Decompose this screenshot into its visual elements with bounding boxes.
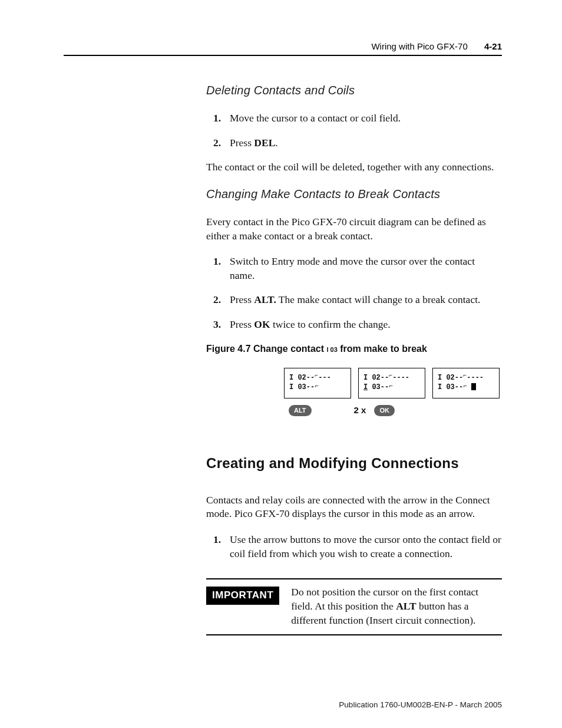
section-heading-connections: Creating and Modifying Connections xyxy=(206,454,502,473)
figure-caption-sub: I 03 xyxy=(326,346,337,353)
ok-key-badge: OK xyxy=(374,405,395,416)
display-screens-row: I 02--⌐--- I 03--⌐ I 02--⌐---- I 03--⌐ I… xyxy=(284,368,502,398)
screen-text: 03-- xyxy=(368,383,389,391)
display-screen-1: I 02--⌐--- I 03--⌐ xyxy=(284,368,351,398)
step-text: Move the cursor to a contact or coil fie… xyxy=(230,112,401,124)
running-header: Wiring with Pico GFX-70 4-21 xyxy=(371,41,502,51)
screen-text: ---- xyxy=(467,374,484,382)
main-content: Deleting Contacts and Coils Move the cur… xyxy=(206,83,502,635)
step-item: Use the arrow buttons to move the cursor… xyxy=(230,533,502,561)
key-legend-row: ALT 2 x OK xyxy=(289,404,502,416)
key-name: DEL xyxy=(254,137,275,149)
figure-caption-text: from make to break xyxy=(338,344,427,354)
alt-key-badge: ALT xyxy=(289,405,312,416)
important-label: IMPORTANT xyxy=(206,587,279,605)
step-text: Press xyxy=(230,294,254,305)
step-item: Press DEL. xyxy=(230,136,502,150)
subheading-deleting: Deleting Contacts and Coils xyxy=(206,83,502,98)
steps-connections: Use the arrow buttons to move the cursor… xyxy=(206,533,502,561)
steps-changing: Switch to Entry mode and move the cursor… xyxy=(206,255,502,332)
caret-icon: ⌐ xyxy=(389,383,393,390)
key-name: ALT. xyxy=(254,294,276,305)
display-screen-3: I 02--⌐---- I 03--⌐ xyxy=(432,368,500,398)
screen-text: --- xyxy=(318,374,331,382)
screen-text: ---- xyxy=(392,374,409,382)
two-x-label: 2 x xyxy=(354,404,366,416)
important-callout: IMPORTANT Do not position the cursor on … xyxy=(206,578,502,635)
step-text: Press xyxy=(230,318,254,330)
paragraph: Every contact in the Pico GFX-70 circuit… xyxy=(206,215,502,243)
page-footer: Publication 1760-UM002B-EN-P - March 200… xyxy=(339,700,502,709)
screen-text: I 02-- xyxy=(438,374,463,382)
step-text: The make contact will change to a break … xyxy=(276,294,481,305)
step-text: . xyxy=(275,137,277,149)
header-title: Wiring with Pico GFX-70 xyxy=(371,41,467,51)
header-rule xyxy=(64,55,502,56)
header-page-number: 4-21 xyxy=(484,41,502,51)
key-name: ALT xyxy=(396,600,416,612)
screen-text: I 03-- xyxy=(438,383,463,391)
step-item: Press OK twice to confirm the change. xyxy=(230,318,502,332)
step-item: Switch to Entry mode and move the cursor… xyxy=(230,255,502,282)
paragraph: Contacts and relay coils are connected w… xyxy=(206,493,502,521)
caret-icon: ⌐ xyxy=(463,383,467,390)
subheading-changing: Changing Make Contacts to Break Contacts xyxy=(206,186,502,202)
screen-text: I 02-- xyxy=(363,374,389,382)
step-item: Press ALT. The make contact will change … xyxy=(230,293,502,307)
paragraph: The contact or the coil will be deleted,… xyxy=(206,160,502,174)
figure-caption: Figure 4.7 Change contact I 03 from make… xyxy=(206,342,502,355)
screen-text: I 02-- xyxy=(289,374,315,382)
step-text: Use the arrow buttons to move the cursor… xyxy=(230,533,501,559)
step-text: Press xyxy=(230,137,254,149)
screen-text: I 03-- xyxy=(289,383,315,391)
page: Wiring with Pico GFX-70 4-21 Deleting Co… xyxy=(0,0,562,728)
figure-caption-text: Figure 4.7 Change contact xyxy=(206,344,326,354)
steps-deleting: Move the cursor to a contact or coil fie… xyxy=(206,111,502,150)
step-text: Switch to Entry mode and move the cursor… xyxy=(230,255,475,281)
key-name: OK xyxy=(254,318,270,330)
important-text: Do not position the cursor on the first … xyxy=(291,585,502,627)
display-screen-2: I 02--⌐---- I 03--⌐ xyxy=(358,368,425,398)
cursor-block-icon xyxy=(471,383,476,390)
step-item: Move the cursor to a contact or coil fie… xyxy=(230,111,502,126)
caret-icon: ⌐ xyxy=(315,383,319,390)
step-text: twice to confirm the change. xyxy=(270,318,391,330)
